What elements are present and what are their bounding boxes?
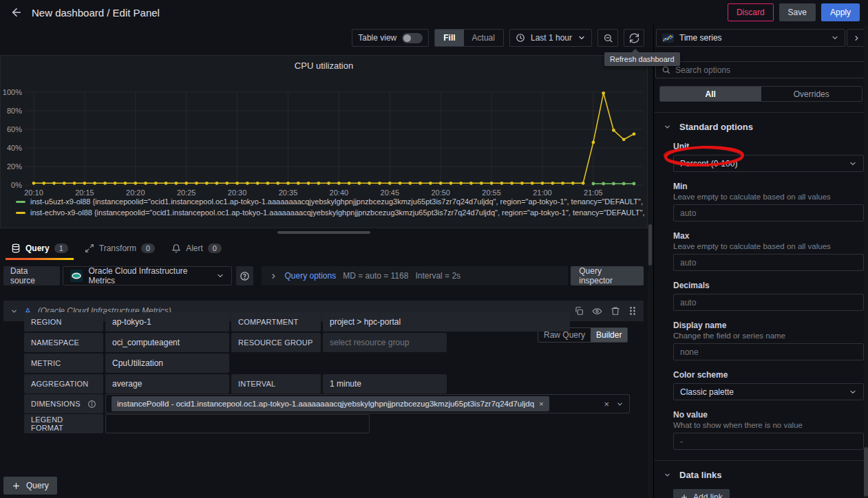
viz-suggestions-expand-button[interactable]	[847, 29, 866, 47]
chevron-down-icon[interactable]	[616, 400, 624, 408]
min-label: Min	[673, 182, 864, 191]
data-links-title: Data links	[679, 470, 721, 480]
legend-marker-yellow	[16, 212, 25, 214]
color-scheme-select[interactable]: Classic palette	[673, 383, 864, 400]
decimals-input[interactable]	[673, 294, 864, 311]
legend-format-input[interactable]	[105, 414, 370, 433]
tab-transform[interactable]: Transform 0	[78, 238, 162, 259]
chevron-down-icon	[849, 160, 857, 168]
max-input[interactable]	[673, 254, 864, 271]
top-header: New dashboard / Edit Panel Discard Save …	[0, 0, 868, 25]
main-scrollbar-thumb[interactable]	[648, 224, 652, 266]
region-field-value[interactable]: ap-tokyo-1	[105, 312, 229, 332]
display-name-label: Display name	[673, 321, 864, 330]
metric-field-value[interactable]: CpuUtilization	[105, 354, 229, 373]
datasource-help-button[interactable]	[236, 266, 253, 285]
data-links-section-header[interactable]: Data links	[664, 470, 868, 480]
visualization-select[interactable]: Time series	[656, 29, 845, 47]
dimensions-multiselect[interactable]: instancePoolId - ocid1.instancepool.oc1.…	[105, 394, 630, 413]
filter-tab-all[interactable]: All	[660, 87, 761, 101]
chevron-down-icon	[216, 272, 224, 280]
save-button[interactable]: Save	[779, 3, 816, 21]
plus-icon	[12, 481, 21, 490]
panel-resize-handle[interactable]	[277, 231, 370, 234]
tab-count-badge: 0	[141, 243, 155, 253]
oci-datasource-icon	[70, 270, 83, 282]
namespace-field-value[interactable]: oci_computeagent	[105, 333, 229, 352]
discard-button[interactable]: Discard	[728, 3, 774, 21]
angle-right-icon	[853, 34, 860, 42]
fill-option[interactable]: Fill	[435, 30, 463, 46]
hide-query-eye-icon[interactable]	[592, 306, 602, 316]
unit-select[interactable]: Percent (0-100)	[673, 155, 864, 172]
plus-icon	[680, 493, 688, 498]
display-name-input[interactable]	[673, 343, 864, 360]
clear-all-icon[interactable]: ×	[604, 399, 609, 409]
add-query-button[interactable]: Query	[3, 477, 57, 495]
duplicate-query-icon[interactable]	[574, 306, 584, 316]
standard-options-section-header[interactable]: Standard options	[664, 122, 868, 132]
chart-legend: inst-u5uzt-x9-ol88 {instancepoolid="ocid…	[16, 196, 645, 218]
svg-text:60%: 60%	[7, 125, 22, 133]
table-view-label: Table view	[358, 33, 396, 43]
tab-label: Transform	[99, 243, 136, 253]
unit-field: Unit Percent (0-100)	[673, 142, 864, 172]
filter-tab-overrides[interactable]: Overrides	[761, 87, 862, 101]
query-inspector-button[interactable]: Query inspector	[571, 266, 644, 285]
time-series-chart: 0%20%40%60%80%100%20:1020:1520:2020:2520…	[1, 69, 648, 197]
chevron-down-icon	[664, 471, 671, 479]
options-search-input[interactable]	[675, 65, 860, 75]
add-link-button[interactable]: Add link	[673, 489, 730, 498]
legend-item[interactable]: inst-echvo-x9-ol88 {instancepoolid="ocid…	[16, 207, 645, 218]
chart-panel: CPU utilization 0%20%40%60%80%100%20:102…	[0, 55, 648, 228]
tab-query[interactable]: Query 1	[4, 238, 75, 259]
chevron-down-icon	[849, 388, 857, 396]
database-icon	[11, 243, 21, 253]
datasource-select[interactable]: Oracle Cloud Infrastructure Metrics	[63, 266, 232, 285]
options-scrollbar-track[interactable]	[864, 25, 868, 498]
info-circle-icon[interactable]	[87, 400, 96, 409]
chart-plot-area[interactable]: 0%20%40%60%80%100%20:1020:1520:2020:2520…	[1, 69, 648, 197]
color-scheme-value: Classic palette	[680, 387, 734, 397]
options-scrollbar-thumb[interactable]	[864, 447, 868, 497]
back-arrow-button[interactable]	[6, 1, 28, 23]
actual-option[interactable]: Actual	[464, 30, 503, 46]
page-title: New dashboard / Edit Panel	[32, 7, 160, 19]
query-options-collapsible[interactable]: Query options MD = auto = 1168 Interval …	[262, 266, 568, 285]
no-value-input[interactable]	[673, 433, 864, 450]
datasource-label: Data source	[3, 266, 60, 285]
resource-group-field-value[interactable]: select resource group	[323, 333, 447, 352]
main-scrollbar-track[interactable]	[648, 55, 653, 498]
table-view-toggle[interactable]	[402, 33, 423, 43]
time-range-picker[interactable]: Last 1 hour	[509, 29, 592, 47]
chevron-down-icon[interactable]	[10, 307, 18, 315]
builder-option[interactable]: Builder	[591, 328, 627, 342]
drag-handle-icon[interactable]	[628, 306, 637, 316]
min-input[interactable]	[673, 204, 864, 221]
legend-marker-green	[16, 201, 25, 203]
max-label: Max	[673, 231, 864, 241]
compartment-field-value[interactable]: project > hpc-portal	[323, 312, 570, 332]
dimensions-label-text: DIMENSIONS	[31, 400, 81, 408]
tab-alert[interactable]: Alert 0	[165, 238, 229, 259]
aggregation-field-value[interactable]: average	[105, 374, 229, 393]
transform-icon	[85, 243, 94, 253]
editor-tabs: Query 1 Transform 0 Alert 0	[0, 238, 648, 259]
legend-item[interactable]: inst-u5uzt-x9-ol88 {instancepoolid="ocid…	[16, 196, 645, 207]
min-description: Leave empty to calculate based on all va…	[673, 193, 864, 201]
color-scheme-label: Color scheme	[673, 370, 864, 380]
compartment-field-label: COMPARTMENT	[231, 312, 321, 332]
remove-dimension-icon[interactable]: ×	[539, 400, 544, 408]
zoom-out-icon	[603, 33, 613, 43]
unit-value: Percent (0-100)	[680, 159, 737, 169]
namespace-field-label: NAMESPACE	[24, 333, 103, 352]
refresh-tooltip: Refresh dashboard	[604, 52, 680, 66]
interval-field-value[interactable]: 1 minute	[323, 374, 447, 393]
zoom-out-button[interactable]	[597, 29, 618, 47]
options-search-box	[655, 61, 867, 78]
delete-query-trash-icon[interactable]	[611, 306, 620, 316]
apply-button[interactable]: Apply	[821, 3, 860, 21]
help-circle-icon	[240, 271, 250, 281]
refresh-button[interactable]	[624, 29, 644, 47]
svg-text:0%: 0%	[11, 181, 22, 189]
